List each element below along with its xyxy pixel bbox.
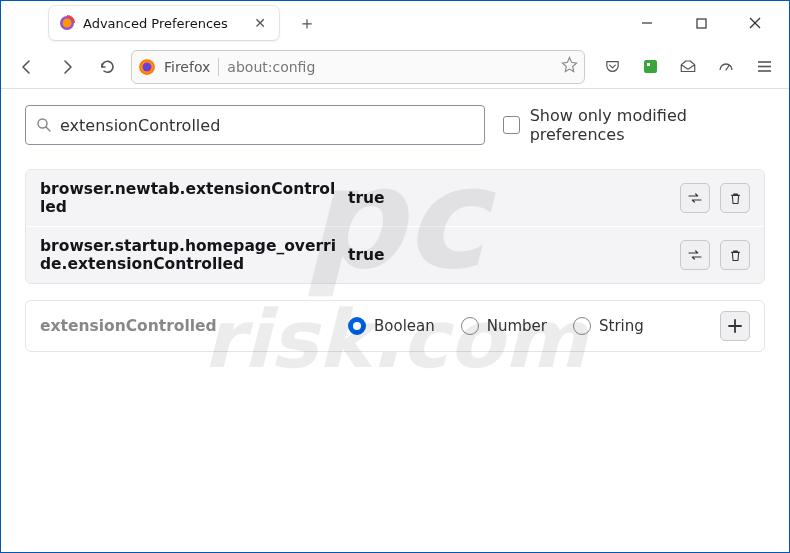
search-row: Show only modified preferences bbox=[25, 105, 765, 145]
pref-row[interactable]: browser.startup.homepage_override.extens… bbox=[26, 226, 764, 283]
nav-toolbar: Firefox about:config bbox=[1, 45, 789, 89]
url-text: about:config bbox=[227, 59, 553, 75]
extension-puzzle-icon[interactable] bbox=[635, 52, 665, 82]
prefs-table: browser.newtab.extensionControlled true … bbox=[25, 169, 765, 284]
add-pref-row: extensionControlled Boolean Number Strin… bbox=[26, 301, 764, 351]
svg-line-10 bbox=[726, 65, 729, 70]
search-icon bbox=[36, 117, 52, 133]
reload-button[interactable] bbox=[91, 51, 123, 83]
browser-window: Advanced Preferences ✕ ＋ Firefox about:c… bbox=[0, 0, 790, 553]
close-window-button[interactable] bbox=[733, 8, 777, 38]
back-button[interactable] bbox=[11, 51, 43, 83]
page-content: Show only modified preferences browser.n… bbox=[1, 89, 789, 552]
pref-value: true bbox=[348, 189, 672, 207]
radio-icon bbox=[461, 317, 479, 335]
inbox-icon[interactable] bbox=[673, 52, 703, 82]
toggle-button[interactable] bbox=[680, 240, 710, 270]
pref-name: browser.newtab.extensionControlled bbox=[40, 180, 340, 216]
toggle-button[interactable] bbox=[680, 183, 710, 213]
radio-label: Boolean bbox=[374, 317, 435, 335]
pref-name: browser.startup.homepage_override.extens… bbox=[40, 237, 340, 273]
only-modified-text: Show only modified preferences bbox=[530, 106, 765, 144]
browser-tab-active[interactable]: Advanced Preferences ✕ bbox=[49, 6, 279, 40]
radio-boolean[interactable]: Boolean bbox=[348, 317, 435, 335]
speedometer-icon[interactable] bbox=[711, 52, 741, 82]
svg-point-1 bbox=[63, 19, 72, 28]
add-button[interactable] bbox=[720, 311, 750, 341]
svg-rect-3 bbox=[697, 19, 706, 28]
radio-icon bbox=[573, 317, 591, 335]
add-pref-name: extensionControlled bbox=[40, 317, 340, 335]
svg-rect-8 bbox=[644, 60, 657, 73]
radio-label: String bbox=[599, 317, 644, 335]
new-tab-button[interactable]: ＋ bbox=[293, 9, 321, 37]
pref-row[interactable]: browser.newtab.extensionControlled true bbox=[26, 170, 764, 226]
forward-button[interactable] bbox=[51, 51, 83, 83]
titlebar: Advanced Preferences ✕ ＋ bbox=[1, 1, 789, 45]
radio-label: Number bbox=[487, 317, 547, 335]
addr-separator bbox=[218, 58, 219, 76]
svg-line-15 bbox=[46, 127, 50, 131]
svg-point-7 bbox=[143, 62, 152, 71]
pref-value: true bbox=[348, 246, 672, 264]
radio-number[interactable]: Number bbox=[461, 317, 547, 335]
type-radio-group: Boolean Number String bbox=[348, 317, 712, 335]
delete-button[interactable] bbox=[720, 240, 750, 270]
tab-close-button[interactable]: ✕ bbox=[251, 14, 269, 32]
pocket-icon[interactable] bbox=[597, 52, 627, 82]
tab-title: Advanced Preferences bbox=[83, 16, 243, 31]
hamburger-menu-icon[interactable] bbox=[749, 52, 779, 82]
radio-icon bbox=[348, 317, 366, 335]
radio-string[interactable]: String bbox=[573, 317, 644, 335]
only-modified-checkbox[interactable] bbox=[503, 116, 520, 134]
window-controls bbox=[625, 8, 785, 38]
address-bar[interactable]: Firefox about:config bbox=[131, 50, 585, 84]
addr-identity-label: Firefox bbox=[164, 59, 210, 75]
search-box[interactable] bbox=[25, 105, 485, 145]
minimize-button[interactable] bbox=[625, 8, 669, 38]
add-pref-row-container: extensionControlled Boolean Number Strin… bbox=[25, 300, 765, 352]
delete-button[interactable] bbox=[720, 183, 750, 213]
only-modified-checkbox-label[interactable]: Show only modified preferences bbox=[503, 106, 765, 144]
firefox-icon bbox=[59, 15, 75, 31]
firefox-icon bbox=[138, 58, 156, 76]
svg-rect-9 bbox=[647, 63, 650, 66]
maximize-button[interactable] bbox=[679, 8, 723, 38]
search-input[interactable] bbox=[60, 116, 474, 135]
bookmark-star-icon[interactable] bbox=[561, 56, 578, 77]
